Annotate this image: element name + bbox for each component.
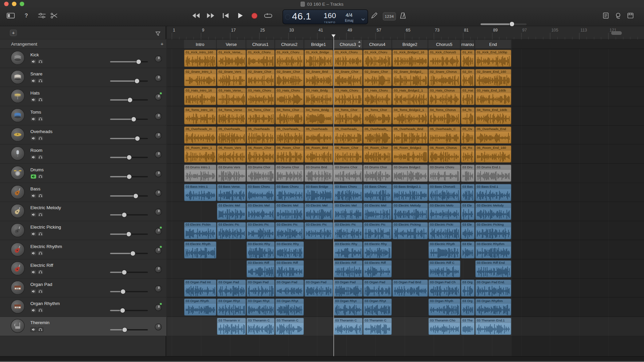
region[interactable]: 04_Toms_Chor <box>363 107 392 124</box>
pan-knob[interactable] <box>155 247 162 254</box>
region[interactable]: 03 Bass End.1 <box>475 184 512 201</box>
region[interactable]: 03 Electric Melody <box>475 203 512 220</box>
mute-button[interactable] <box>31 78 37 83</box>
pan-knob[interactable] <box>155 113 162 120</box>
region[interactable]: 06_Room_Brid <box>304 145 333 163</box>
region[interactable]: 06_Room_Chor <box>363 145 392 163</box>
region[interactable]: 04_Toms_Chor <box>333 107 363 124</box>
solo-button[interactable] <box>37 78 43 83</box>
library-button[interactable] <box>5 11 16 22</box>
region[interactable]: 03_Hat <box>461 88 475 105</box>
arrangement-marker-chorus2[interactable]: Chorus2 <box>275 40 304 49</box>
fast-forward-button[interactable] <box>205 11 217 22</box>
region[interactable]: 03 Organ Rhythm <box>475 299 512 316</box>
mute-button[interactable] <box>31 327 37 332</box>
region[interactable]: 02_Snare_Bridge2_ <box>392 69 428 86</box>
region[interactable]: 03_Hats_Intro_16 <box>184 88 217 105</box>
region[interactable]: 02_Sn <box>461 69 475 86</box>
lcd-tempo-block[interactable]: 160 TEMPO <box>321 10 339 23</box>
region[interactable]: 02_Snare_Chor <box>363 69 392 86</box>
quick-help-button[interactable]: ? <box>20 11 32 22</box>
region[interactable]: 03 Electric Rhyth <box>184 241 217 258</box>
track-header-electric-picking[interactable]: Electric Picking <box>0 221 166 240</box>
region[interactable]: 03_Hats_Chorus <box>428 88 461 105</box>
region[interactable]: 03 Electric Riff <box>247 260 275 277</box>
region[interactable]: 03 Drums Intro.1 <box>184 165 217 182</box>
master-volume-thumb[interactable] <box>509 21 515 27</box>
region[interactable]: 04_Toms_Intro_16 <box>184 107 217 124</box>
lcd-signature-block[interactable]: 4/4 Emaj <box>340 10 358 22</box>
solo-button[interactable] <box>37 289 43 294</box>
region[interactable]: 03 Electric Pic <box>217 222 246 239</box>
region[interactable]: 03_Hats_Bridge2_1 <box>392 88 428 105</box>
region[interactable]: 01_Kick_Choru <box>363 50 392 67</box>
playhead-handle[interactable] <box>331 35 335 38</box>
track-header-drums[interactable]: Drums <box>0 164 166 183</box>
region[interactable]: 03 Organ Rhyt <box>275 299 304 316</box>
arrangement-marker-rnarou[interactable]: rnarou <box>461 40 475 49</box>
region[interactable]: 03 Bass Chorus5 <box>428 184 461 201</box>
region[interactable]: 06_Room_Chorus <box>428 145 461 163</box>
region[interactable]: 02_Snare_Vers <box>217 69 246 86</box>
volume-slider-thumb[interactable] <box>130 251 136 256</box>
region[interactable]: 05_Overheads_In <box>184 126 217 143</box>
region[interactable]: 03 Electric Mel <box>333 203 363 220</box>
mute-button[interactable] <box>31 231 37 236</box>
mute-button[interactable] <box>31 270 37 275</box>
region[interactable]: 03 Org <box>461 299 475 316</box>
pan-knob[interactable] <box>155 323 162 330</box>
region[interactable]: 05_Overheads_Brid <box>392 126 428 143</box>
track-header-electric-rhythm[interactable]: Electric Rhythm <box>0 240 166 259</box>
volume-slider-thumb[interactable] <box>134 78 140 83</box>
region[interactable]: 04_Toms_Bridge2_1 <box>392 107 428 124</box>
region[interactable]: 03 Dru <box>461 165 475 182</box>
pan-knob[interactable] <box>155 94 162 101</box>
region[interactable]: 03_Hats_Choru <box>333 88 363 105</box>
region[interactable]: 06_Room_Bridge2 <box>392 145 428 163</box>
pan-knob[interactable] <box>155 74 162 81</box>
region[interactable]: 03 Bass Choru <box>363 184 392 201</box>
solo-button[interactable] <box>37 59 43 64</box>
track-header-hats[interactable]: Hats <box>0 87 166 106</box>
region[interactable]: 03 Theramin C <box>333 318 363 335</box>
solo-button[interactable] <box>37 212 43 217</box>
mute-button[interactable] <box>31 136 37 141</box>
solo-button[interactable] <box>37 155 43 160</box>
arrangement-marker-chorus4[interactable]: Chorus4 <box>363 40 392 49</box>
region[interactable]: 03 Ele <box>461 203 475 220</box>
region[interactable]: 03 Organ Pad <box>304 280 333 297</box>
region[interactable]: 03 Electric Riff <box>333 260 363 277</box>
region[interactable]: 02_Snare_Chor <box>333 69 363 86</box>
region[interactable]: 03 Organ Rhyt <box>363 299 392 316</box>
region[interactable]: 03 Electric Picking <box>392 222 428 239</box>
region[interactable]: 03 Drums Vers <box>217 165 246 182</box>
mute-button[interactable] <box>31 174 37 179</box>
volume-slider-thumb[interactable] <box>121 212 127 218</box>
solo-button[interactable] <box>37 231 43 236</box>
region[interactable]: 03 Bass Choru <box>333 184 363 201</box>
region[interactable]: 05_Overheads_ <box>333 126 363 143</box>
pan-knob[interactable] <box>155 228 162 235</box>
solo-button[interactable] <box>37 136 43 141</box>
record-button[interactable] <box>248 11 261 22</box>
rewind-button[interactable] <box>190 11 202 22</box>
region[interactable]: 04_Toms_Chorus <box>428 107 461 124</box>
track-header-organ-pad[interactable]: Organ Pad <box>0 279 166 298</box>
region[interactable]: 06_Room_Chor <box>333 145 363 163</box>
region[interactable]: 03 Electric Rhy <box>333 241 363 258</box>
play-button[interactable] <box>234 11 247 22</box>
volume-slider-thumb[interactable] <box>135 136 140 141</box>
track-header-electric-melody[interactable]: Electric Melody <box>0 202 166 221</box>
region[interactable]: 06_Room_Intro_1 <box>184 145 217 163</box>
arrangement-marker-end[interactable]: End <box>475 40 512 49</box>
region[interactable]: 04_Toms_Chor <box>275 107 304 124</box>
volume-slider-thumb[interactable] <box>126 155 132 160</box>
region[interactable]: 06_Room_Vers <box>217 145 246 163</box>
mute-button[interactable] <box>31 117 37 122</box>
region[interactable]: 03 Organ Rhyt <box>333 299 363 316</box>
pan-knob[interactable] <box>155 189 162 196</box>
mute-button[interactable] <box>31 212 37 217</box>
pan-knob[interactable] <box>155 170 162 177</box>
region[interactable]: 03 Organ Rhyth <box>428 299 461 316</box>
pan-knob[interactable] <box>155 208 162 216</box>
